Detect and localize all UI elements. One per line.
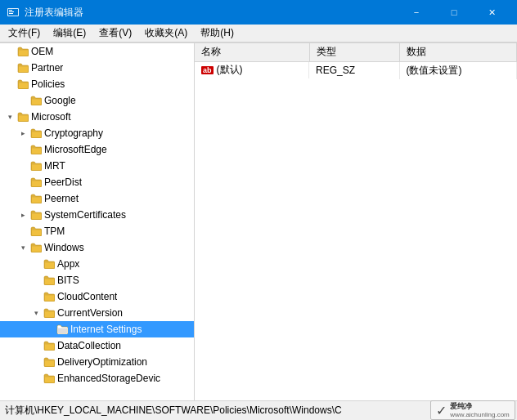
tree-item-windows[interactable]: ▾ Windows bbox=[0, 239, 194, 256]
folder-icon bbox=[43, 308, 56, 318]
tree-item-bits[interactable]: BITS bbox=[0, 272, 194, 288]
app-icon bbox=[7, 6, 20, 19]
folder-icon bbox=[29, 177, 43, 187]
folder-icon bbox=[29, 145, 43, 154]
tree-label: Windows bbox=[44, 242, 84, 253]
folder-icon bbox=[43, 275, 56, 285]
tree-label: SystemCertificates bbox=[44, 209, 126, 221]
tree-item-tpm[interactable]: TPM bbox=[0, 223, 194, 239]
main-content: OEM Partner Policies Google▾ Microsoft▸ bbox=[0, 42, 517, 400]
tree-label: Appx bbox=[57, 258, 79, 270]
menu-bar: 文件(F) 编辑(E) 查看(V) 收藏夹(A) 帮助(H) bbox=[0, 25, 517, 42]
svg-rect-4 bbox=[9, 13, 13, 14]
tree-item-google[interactable]: Google bbox=[0, 92, 194, 109]
tree-item-deliveryoptimization[interactable]: DeliveryOptimization bbox=[0, 354, 194, 370]
folder-icon bbox=[16, 63, 29, 73]
folder-icon bbox=[56, 324, 69, 334]
watermark-url: www.aichunling.com bbox=[450, 411, 509, 419]
tree-label: CurrentVersion bbox=[57, 307, 123, 319]
folder-icon bbox=[29, 226, 43, 236]
value-name: ab (默认) bbox=[195, 62, 309, 78]
tree-label: BITS bbox=[57, 275, 79, 286]
menu-file[interactable]: 文件(F) bbox=[2, 25, 47, 42]
tree-label: PeerDist bbox=[44, 176, 82, 188]
registry-tree[interactable]: OEM Partner Policies Google▾ Microsoft▸ bbox=[0, 43, 195, 400]
watermark-checkmark: ✓ bbox=[436, 403, 447, 418]
maximize-button[interactable]: □ bbox=[435, 0, 473, 25]
minimize-button[interactable]: − bbox=[398, 0, 435, 25]
menu-view[interactable]: 查看(V) bbox=[92, 25, 138, 42]
expander-icon[interactable]: ▸ bbox=[16, 211, 29, 219]
folder-icon bbox=[16, 79, 29, 89]
expander-icon[interactable]: ▾ bbox=[16, 244, 29, 252]
folder-icon bbox=[43, 292, 56, 302]
tree-item-oem[interactable]: OEM bbox=[0, 43, 194, 60]
watermark-brand: 爱纯净 bbox=[450, 402, 509, 411]
svg-rect-2 bbox=[9, 10, 12, 11]
folder-icon bbox=[29, 96, 43, 105]
menu-favorites[interactable]: 收藏夹(A) bbox=[138, 25, 194, 42]
tree-label: DataCollection bbox=[57, 340, 121, 351]
svg-rect-3 bbox=[9, 11, 14, 12]
menu-edit[interactable]: 编辑(E) bbox=[47, 25, 92, 42]
folder-icon bbox=[43, 259, 56, 269]
folder-icon bbox=[29, 161, 43, 171]
title-bar: 注册表编辑器 − □ ✕ bbox=[0, 0, 517, 25]
tree-item-microsoft[interactable]: ▾ Microsoft bbox=[0, 109, 194, 125]
folder-icon bbox=[29, 128, 43, 138]
tree-item-internetsettings[interactable]: Internet Settings bbox=[0, 321, 194, 337]
status-path: 计算机\HKEY_LOCAL_MACHINE\SOFTWARE\Policies… bbox=[5, 404, 342, 418]
folder-icon bbox=[16, 112, 29, 122]
tree-item-systemcertificates[interactable]: ▸ SystemCertificates bbox=[0, 207, 194, 223]
tree-item-cloudcontent[interactable]: CloudContent bbox=[0, 288, 194, 305]
expander-icon[interactable]: ▾ bbox=[29, 309, 43, 317]
tree-item-peerdist[interactable]: PeerDist bbox=[0, 174, 194, 190]
registry-values-panel: 名称 类型 数据 ab (默认) REG_SZ (数值未设置) bbox=[195, 43, 517, 400]
window-controls: − □ ✕ bbox=[398, 0, 510, 25]
table-row[interactable]: ab (默认) REG_SZ (数值未设置) bbox=[195, 61, 517, 79]
tree-label: MRT bbox=[44, 160, 65, 172]
tree-item-microsoftedge[interactable]: MicrosoftEdge bbox=[0, 141, 194, 158]
folder-icon bbox=[43, 373, 56, 383]
values-scroll-area[interactable]: 名称 类型 数据 ab (默认) REG_SZ (数值未设置) bbox=[195, 43, 517, 400]
status-bar: 计算机\HKEY_LOCAL_MACHINE\SOFTWARE\Policies… bbox=[0, 400, 517, 420]
window-title: 注册表编辑器 bbox=[25, 6, 398, 20]
tree-item-cryptography[interactable]: ▸ Cryptography bbox=[0, 125, 194, 141]
folder-icon bbox=[16, 47, 29, 56]
tree-label: Partner bbox=[31, 62, 63, 74]
tree-item-peernet[interactable]: Peernet bbox=[0, 190, 194, 207]
folder-icon bbox=[43, 357, 56, 367]
value-data: (数值未设置) bbox=[399, 61, 517, 79]
tree-item-currentversion[interactable]: ▾ CurrentVersion bbox=[0, 305, 194, 321]
tree-item-datacollection[interactable]: DataCollection bbox=[0, 337, 194, 354]
folder-icon bbox=[29, 194, 43, 203]
col-type: 类型 bbox=[309, 43, 399, 61]
folder-icon bbox=[29, 210, 43, 220]
value-type-badge: ab bbox=[201, 66, 214, 74]
tree-label: Peernet bbox=[44, 193, 79, 204]
folder-icon bbox=[29, 243, 43, 252]
tree-label: OEM bbox=[31, 46, 53, 57]
close-button[interactable]: ✕ bbox=[473, 0, 510, 25]
registry-values-table: 名称 类型 数据 ab (默认) REG_SZ (数值未设置) bbox=[195, 43, 517, 79]
col-data: 数据 bbox=[399, 43, 517, 61]
menu-help[interactable]: 帮助(H) bbox=[194, 25, 241, 42]
expander-icon[interactable]: ▸ bbox=[16, 129, 29, 137]
tree-label: CloudContent bbox=[57, 291, 117, 302]
tree-label: Policies bbox=[31, 78, 65, 90]
tree-label: MicrosoftEdge bbox=[44, 144, 107, 155]
value-type: REG_SZ bbox=[309, 61, 399, 79]
expander-icon[interactable]: ▾ bbox=[3, 113, 16, 121]
tree-item-policies[interactable]: Policies bbox=[0, 76, 194, 92]
tree-item-enhancedstoragedevic[interactable]: EnhancedStorageDevic bbox=[0, 370, 194, 386]
tree-label: EnhancedStorageDevic bbox=[57, 373, 160, 384]
col-name: 名称 bbox=[195, 43, 309, 61]
tree-item-mrt[interactable]: MRT bbox=[0, 158, 194, 174]
tree-item-partner[interactable]: Partner bbox=[0, 60, 194, 76]
tree-label: TPM bbox=[44, 226, 65, 237]
tree-label: Cryptography bbox=[44, 127, 103, 139]
tree-label: Microsoft bbox=[31, 111, 71, 123]
tree-item-appx[interactable]: Appx bbox=[0, 256, 194, 272]
watermark: ✓ 爱纯净 www.aichunling.com bbox=[432, 400, 514, 420]
tree-label: Google bbox=[44, 95, 76, 106]
